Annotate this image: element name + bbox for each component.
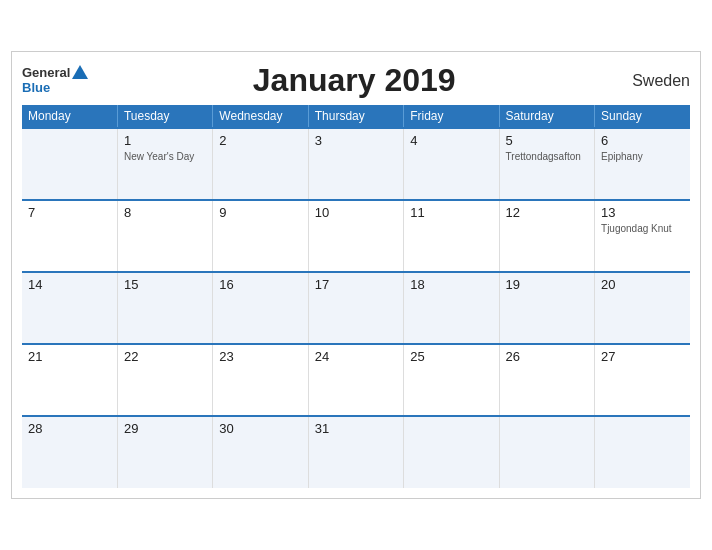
calendar-cell: 9	[213, 200, 308, 272]
day-number: 24	[315, 349, 397, 364]
day-number: 9	[219, 205, 301, 220]
calendar-cell: 17	[308, 272, 403, 344]
weekday-header-tuesday: Tuesday	[117, 105, 212, 128]
calendar-cell: 1New Year's Day	[117, 128, 212, 200]
calendar-cell: 10	[308, 200, 403, 272]
logo-triangle-icon	[72, 65, 88, 79]
calendar-cell: 13Tjugondag Knut	[595, 200, 690, 272]
day-number: 1	[124, 133, 206, 148]
calendar-tbody: 1New Year's Day2345Trettondagsafton6Epip…	[22, 128, 690, 488]
day-number: 11	[410, 205, 492, 220]
day-number: 15	[124, 277, 206, 292]
day-number: 10	[315, 205, 397, 220]
calendar-cell: 7	[22, 200, 117, 272]
day-number: 21	[28, 349, 111, 364]
calendar-week-row: 28293031	[22, 416, 690, 488]
weekday-header-sunday: Sunday	[595, 105, 690, 128]
calendar-cell: 3	[308, 128, 403, 200]
calendar-header: General Blue January 2019 Sweden	[22, 62, 690, 99]
calendar-week-row: 14151617181920	[22, 272, 690, 344]
calendar-cell: 31	[308, 416, 403, 488]
calendar-thead: MondayTuesdayWednesdayThursdayFridaySatu…	[22, 105, 690, 128]
calendar-cell: 21	[22, 344, 117, 416]
day-number: 30	[219, 421, 301, 436]
logo-blue: Blue	[22, 81, 50, 95]
calendar-cell: 19	[499, 272, 594, 344]
calendar-cell: 18	[404, 272, 499, 344]
day-number: 14	[28, 277, 111, 292]
calendar-cell: 26	[499, 344, 594, 416]
country-label: Sweden	[620, 72, 690, 90]
calendar-cell: 5Trettondagsafton	[499, 128, 594, 200]
calendar-cell: 11	[404, 200, 499, 272]
calendar-title: January 2019	[88, 62, 620, 99]
day-number: 28	[28, 421, 111, 436]
day-number: 18	[410, 277, 492, 292]
calendar-table: MondayTuesdayWednesdayThursdayFridaySatu…	[22, 105, 690, 488]
day-number: 5	[506, 133, 588, 148]
weekday-header-saturday: Saturday	[499, 105, 594, 128]
calendar-cell: 16	[213, 272, 308, 344]
day-number: 8	[124, 205, 206, 220]
day-number: 4	[410, 133, 492, 148]
calendar-week-row: 1New Year's Day2345Trettondagsafton6Epip…	[22, 128, 690, 200]
calendar-cell: 27	[595, 344, 690, 416]
calendar-cell: 6Epiphany	[595, 128, 690, 200]
day-number: 12	[506, 205, 588, 220]
weekday-header-thursday: Thursday	[308, 105, 403, 128]
day-number: 7	[28, 205, 111, 220]
calendar-cell: 20	[595, 272, 690, 344]
calendar-cell: 28	[22, 416, 117, 488]
calendar-cell: 15	[117, 272, 212, 344]
day-number: 2	[219, 133, 301, 148]
calendar-cell: 2	[213, 128, 308, 200]
day-number: 22	[124, 349, 206, 364]
calendar-cell: 24	[308, 344, 403, 416]
day-number: 29	[124, 421, 206, 436]
calendar-cell	[404, 416, 499, 488]
calendar-cell: 8	[117, 200, 212, 272]
weekday-header-row: MondayTuesdayWednesdayThursdayFridaySatu…	[22, 105, 690, 128]
calendar-cell: 12	[499, 200, 594, 272]
day-number: 6	[601, 133, 684, 148]
calendar-week-row: 78910111213Tjugondag Knut	[22, 200, 690, 272]
calendar-cell: 14	[22, 272, 117, 344]
holiday-name: Tjugondag Knut	[601, 222, 684, 235]
day-number: 27	[601, 349, 684, 364]
calendar-cell: 29	[117, 416, 212, 488]
calendar-cell: 4	[404, 128, 499, 200]
calendar-container: General Blue January 2019 Sweden MondayT…	[11, 51, 701, 499]
day-number: 20	[601, 277, 684, 292]
calendar-cell	[595, 416, 690, 488]
day-number: 19	[506, 277, 588, 292]
weekday-header-wednesday: Wednesday	[213, 105, 308, 128]
day-number: 23	[219, 349, 301, 364]
calendar-cell	[22, 128, 117, 200]
day-number: 17	[315, 277, 397, 292]
logo-general: General	[22, 66, 70, 80]
weekday-header-friday: Friday	[404, 105, 499, 128]
calendar-cell: 22	[117, 344, 212, 416]
calendar-cell	[499, 416, 594, 488]
calendar-cell: 25	[404, 344, 499, 416]
calendar-week-row: 21222324252627	[22, 344, 690, 416]
day-number: 26	[506, 349, 588, 364]
holiday-name: Epiphany	[601, 150, 684, 163]
holiday-name: New Year's Day	[124, 150, 206, 163]
weekday-header-monday: Monday	[22, 105, 117, 128]
day-number: 16	[219, 277, 301, 292]
calendar-cell: 30	[213, 416, 308, 488]
day-number: 3	[315, 133, 397, 148]
day-number: 31	[315, 421, 397, 436]
logo-area: General Blue	[22, 65, 88, 95]
logo-block: General Blue	[22, 65, 88, 95]
calendar-cell: 23	[213, 344, 308, 416]
holiday-name: Trettondagsafton	[506, 150, 588, 163]
day-number: 13	[601, 205, 684, 220]
day-number: 25	[410, 349, 492, 364]
